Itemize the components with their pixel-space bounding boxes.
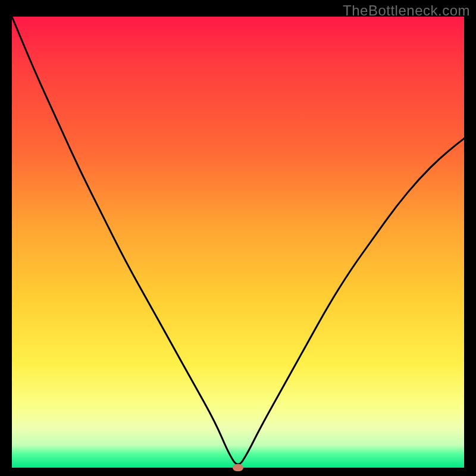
curve-layer (12, 17, 464, 468)
chart-frame: TheBottleneck.com (0, 0, 476, 476)
watermark-text: TheBottleneck.com (343, 2, 470, 19)
bottleneck-curve-path (12, 17, 464, 464)
optimal-point-marker (233, 464, 243, 471)
plot-area (12, 17, 464, 468)
